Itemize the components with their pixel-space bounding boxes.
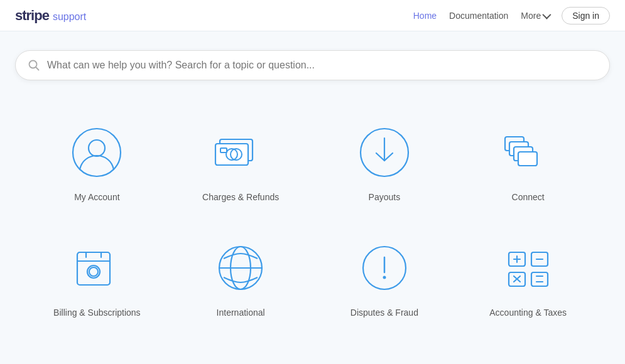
nav: Home Documentation More Sign in [413,7,610,24]
nav-documentation[interactable]: Documentation [449,11,508,21]
svg-line-1 [36,67,39,70]
category-label-international: International [217,308,265,318]
account-icon [68,124,125,181]
nav-more-label: More [521,11,541,21]
category-item-payouts[interactable]: Payouts [313,105,457,221]
svg-rect-17 [77,252,110,285]
svg-point-28 [383,276,386,279]
category-item-international[interactable]: International [169,221,313,336]
category-label-billing-subscriptions: Billing & Subscriptions [53,308,141,318]
logo-support: support [53,11,86,23]
svg-rect-16 [518,152,537,166]
search-input[interactable] [47,60,597,71]
logo-stripe: stripe [15,8,49,24]
category-item-charges-refunds[interactable]: Charges & Refunds [169,105,313,221]
connect-icon [500,124,557,181]
svg-rect-7 [215,144,248,165]
svg-point-3 [89,140,105,156]
category-label-my-account: My Account [74,192,119,202]
disputes-icon [356,240,413,296]
billing-icon [68,240,125,296]
chevron-down-icon [543,10,552,19]
search-icon [28,60,40,71]
category-label-charges-refunds: Charges & Refunds [202,192,279,202]
category-label-payouts: Payouts [369,192,401,202]
search-bar [15,50,610,80]
category-label-accounting-taxes: Accounting & Taxes [489,308,567,318]
accounting-icon [500,240,557,296]
sign-in-button[interactable]: Sign in [562,7,610,24]
international-icon [212,240,269,296]
logo-area: stripe support [15,8,413,24]
category-grid: My Account Charges & Refunds Payouts Con… [0,93,625,349]
charges-icon [212,124,269,181]
header: stripe support Home Documentation More S… [0,0,625,31]
category-item-accounting-taxes[interactable]: Accounting & Taxes [456,221,600,336]
category-label-disputes-fraud: Disputes & Fraud [351,308,418,318]
category-label-connect: Connect [512,192,545,202]
category-item-billing-subscriptions[interactable]: Billing & Subscriptions [25,221,169,336]
nav-home[interactable]: Home [413,11,437,21]
svg-rect-39 [531,272,548,286]
payouts-icon [356,124,413,181]
search-section [0,31,625,93]
category-item-disputes-fraud[interactable]: Disputes & Fraud [313,221,457,336]
category-item-connect[interactable]: Connect [456,105,600,221]
category-item-my-account[interactable]: My Account [25,105,169,221]
nav-more[interactable]: More [521,11,549,21]
